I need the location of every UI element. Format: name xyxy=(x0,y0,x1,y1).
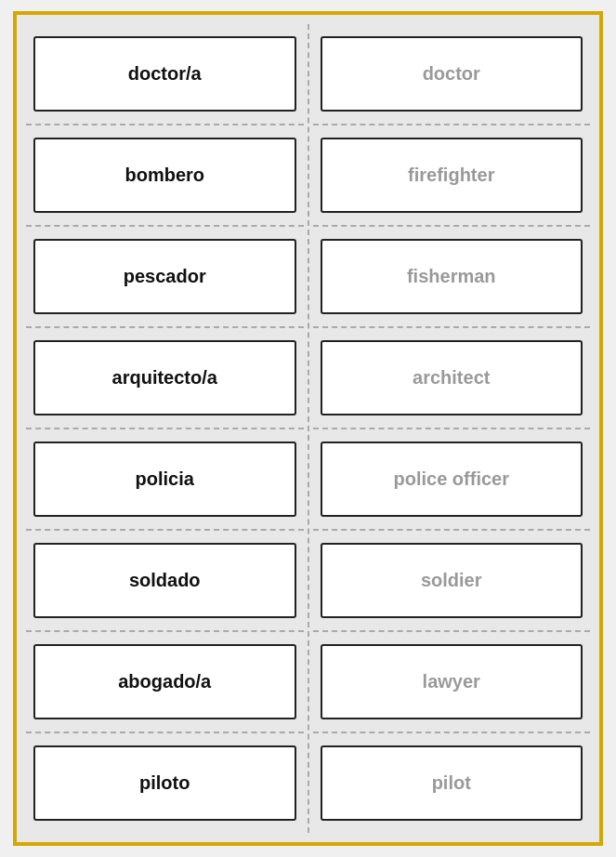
label-english-0: doctor xyxy=(423,63,480,85)
cell-english-3: architect xyxy=(313,328,591,429)
cell-english-1: firefighter xyxy=(313,125,591,227)
label-english-1: firefighter xyxy=(408,165,494,186)
label-spanish-5: soldado xyxy=(129,570,201,591)
cell-spanish-1: bombero xyxy=(26,125,304,227)
card-spanish-1[interactable]: bombero xyxy=(33,138,296,213)
label-spanish-6: abogado/a xyxy=(118,671,211,692)
card-english-1[interactable]: firefighter xyxy=(321,138,583,213)
cell-english-0: doctor xyxy=(313,24,591,125)
label-english-2: fisherman xyxy=(407,266,496,287)
label-spanish-3: arquitecto/a xyxy=(112,367,217,389)
cell-english-5: soldier xyxy=(313,531,591,632)
card-spanish-4[interactable]: policia xyxy=(33,442,296,517)
card-spanish-5[interactable]: soldado xyxy=(33,543,296,618)
cell-english-2: fisherman xyxy=(313,227,591,328)
flashcard-grid: doctor/abomberopescadorarquitecto/apolic… xyxy=(26,24,590,833)
label-spanish-1: bombero xyxy=(125,165,204,186)
label-spanish-7: piloto xyxy=(139,772,190,794)
card-spanish-0[interactable]: doctor/a xyxy=(33,36,296,112)
cell-spanish-3: arquitecto/a xyxy=(26,328,304,429)
card-english-5[interactable]: soldier xyxy=(321,543,583,618)
cell-spanish-4: policia xyxy=(26,429,304,531)
label-spanish-0: doctor/a xyxy=(128,63,202,85)
cell-spanish-5: soldado xyxy=(26,531,304,632)
card-english-0[interactable]: doctor xyxy=(321,36,583,112)
flashcard-container: doctor/abomberopescadorarquitecto/apolic… xyxy=(13,11,603,846)
cell-spanish-7: piloto xyxy=(26,733,304,833)
card-english-7[interactable]: pilot xyxy=(321,745,583,821)
vertical-divider xyxy=(308,24,309,833)
label-spanish-2: pescador xyxy=(124,266,206,287)
label-english-3: architect xyxy=(413,367,490,389)
cell-english-4: police officer xyxy=(313,429,591,531)
cell-spanish-2: pescador xyxy=(26,227,304,328)
cell-spanish-6: abogado/a xyxy=(26,632,304,733)
right-column: doctorfirefighterfishermanarchitectpolic… xyxy=(313,24,591,833)
label-spanish-4: policia xyxy=(136,468,194,490)
label-english-5: soldier xyxy=(421,570,482,591)
label-english-4: police officer xyxy=(394,468,509,490)
cell-english-7: pilot xyxy=(313,733,591,833)
card-spanish-6[interactable]: abogado/a xyxy=(33,644,296,719)
label-english-6: lawyer xyxy=(423,671,480,692)
card-spanish-7[interactable]: piloto xyxy=(33,745,296,821)
card-english-4[interactable]: police officer xyxy=(321,442,583,517)
label-english-7: pilot xyxy=(432,772,471,794)
left-column: doctor/abomberopescadorarquitecto/apolic… xyxy=(26,24,304,833)
cell-english-6: lawyer xyxy=(313,632,591,733)
card-spanish-3[interactable]: arquitecto/a xyxy=(33,340,296,415)
card-english-2[interactable]: fisherman xyxy=(321,239,583,314)
cell-spanish-0: doctor/a xyxy=(26,24,304,125)
card-spanish-2[interactable]: pescador xyxy=(33,239,296,314)
card-english-3[interactable]: architect xyxy=(321,340,583,415)
card-english-6[interactable]: lawyer xyxy=(321,644,583,719)
